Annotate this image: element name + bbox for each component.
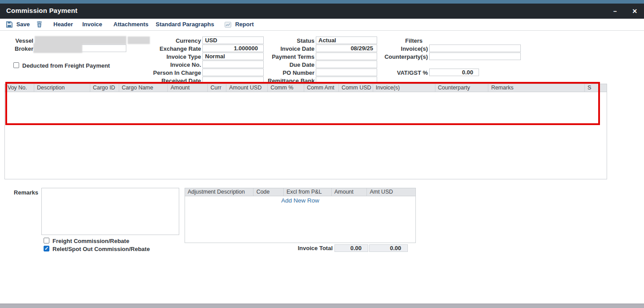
person-in-charge-label: Person In Charge (147, 69, 201, 76)
currency-field[interactable]: USD (202, 36, 264, 44)
remarks-textarea[interactable] (41, 188, 179, 235)
commission-payment-window: Commission Payment – ✕ Save Header Invoi… (0, 0, 644, 308)
invoice-no-label: Invoice No. (147, 61, 201, 68)
trash-icon (36, 22, 42, 29)
col-adjustment-description[interactable]: Adjustment Description (185, 188, 254, 196)
invoice-date-label: Invoice Date (268, 45, 314, 52)
invoice-date-field[interactable]: 08/29/25 (316, 45, 377, 52)
payment-terms-field[interactable] (316, 53, 377, 60)
invoice-type-label: Invoice Type (147, 53, 201, 60)
invoice-total-amount: 0.00 (334, 244, 368, 252)
save-icon (6, 22, 14, 29)
col-amt-usd[interactable]: Amt USD (367, 188, 415, 196)
background-window-strip (0, 0, 644, 4)
menu-invoice[interactable]: Invoice (82, 21, 102, 28)
due-date-field[interactable] (316, 61, 377, 68)
window-titlebar: Commission Payment – ✕ (0, 4, 644, 19)
exchange-rate-label: Exchange Rate (147, 45, 201, 52)
status-label: Status (268, 37, 314, 44)
menu-header[interactable]: Header (53, 21, 73, 28)
filter-invoices-field[interactable] (429, 45, 521, 52)
relet-spot-out-label: Relet/Spot Out Commission/Rebate (52, 246, 150, 252)
report-chart-icon (225, 22, 233, 29)
report-label: Report (235, 21, 254, 28)
menu-standard-paragraphs[interactable]: Standard Paragraphs (156, 21, 214, 28)
filter-counterparties-field[interactable] (429, 53, 521, 60)
exchange-rate-field[interactable]: 1.000000 (202, 45, 264, 52)
vat-gst-label: VAT/GST % (374, 69, 428, 76)
adjustments-grid[interactable]: Adjustment Description Code Excl from P&… (185, 188, 416, 243)
due-date-label: Due Date (268, 61, 314, 68)
background-status-bar (0, 304, 644, 308)
invoice-total-label: Invoice Total (267, 245, 333, 251)
close-button[interactable]: ✕ (630, 6, 640, 16)
broker-label: Broker (0, 45, 33, 52)
filter-counterparties-label: Counterparty(s) (374, 53, 428, 60)
menu-attachments[interactable]: Attachments (113, 21, 149, 28)
currency-label: Currency (147, 37, 201, 44)
broker-value-redacted (33, 43, 82, 53)
po-number-field[interactable] (316, 69, 377, 76)
add-new-row-link[interactable]: Add New Row (185, 197, 416, 204)
save-button[interactable]: Save (6, 21, 30, 29)
minimize-button[interactable]: – (610, 6, 620, 16)
vessel-label: Vessel (0, 37, 33, 44)
invoice-type-field[interactable]: Normal (202, 53, 264, 60)
col-spacer (600, 84, 607, 92)
filters-heading: Filters (374, 37, 423, 44)
col-excl-from-pl[interactable]: Excl from P&L (284, 188, 332, 196)
deducted-from-freight-checkbox[interactable] (13, 62, 19, 68)
filter-invoices-label: Invoice(s) (374, 45, 428, 52)
adjustments-grid-header: Adjustment Description Code Excl from P&… (185, 188, 415, 196)
remarks-label: Remarks (0, 189, 38, 196)
col-adj-amount[interactable]: Amount (332, 188, 367, 196)
col-code[interactable]: Code (254, 188, 284, 196)
highlight-box (5, 82, 600, 125)
relet-spot-out-checkbox[interactable] (44, 246, 49, 251)
delete-button[interactable] (36, 21, 44, 29)
vat-gst-field[interactable]: 0.00 (429, 69, 479, 76)
po-number-label: PO Number (268, 69, 314, 76)
report-button[interactable]: Report (225, 21, 254, 29)
freight-commission-checkbox[interactable] (44, 238, 49, 243)
invoice-no-field[interactable] (202, 61, 264, 68)
toolbar: Save Header Invoice Attachments Standard… (0, 19, 644, 31)
person-in-charge-field[interactable] (202, 69, 264, 76)
freight-commission-label: Freight Commission/Rebate (52, 238, 129, 244)
status-field[interactable]: Actual (316, 36, 377, 44)
payment-terms-label: Payment Terms (268, 53, 314, 60)
window-title: Commission Payment (6, 7, 77, 14)
deducted-from-freight-label: Deducted from Freight Payment (22, 62, 110, 69)
save-label: Save (16, 21, 30, 28)
invoice-total-amount-usd: 0.00 (369, 244, 408, 252)
